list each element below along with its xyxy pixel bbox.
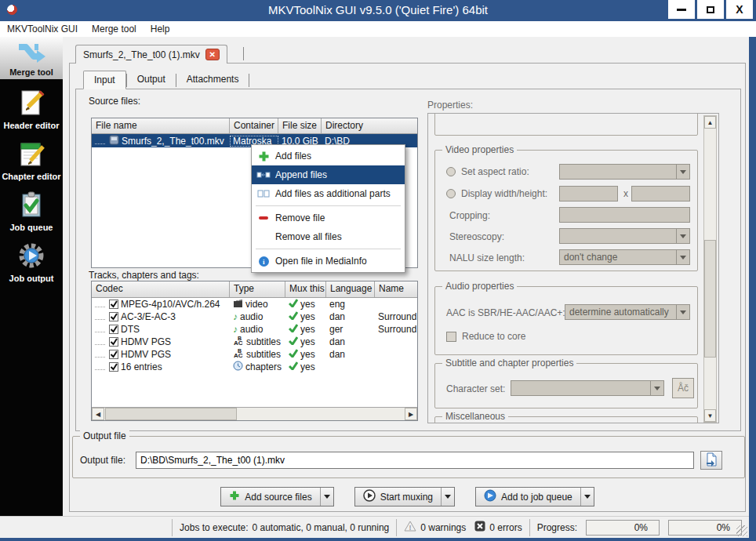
job-output-icon (16, 241, 46, 273)
dropdown-arrow[interactable] (320, 488, 333, 506)
aspect-ratio-radio[interactable] (446, 167, 456, 176)
sidebar-item-job-queue[interactable]: Job queue (0, 187, 63, 232)
track-type: audio (240, 311, 263, 322)
track-codec: HDMV PGS (121, 349, 171, 360)
cropping-field[interactable] (559, 207, 690, 223)
properties-vertical-scrollbar[interactable]: ▲ ▼ (703, 115, 717, 423)
aac-combo[interactable]: determine automatically (565, 304, 690, 320)
col-file-name[interactable]: File name (92, 118, 230, 133)
titlebar[interactable]: MKVToolNix GUI v9.5.0 ('Quiet Fire') 64b… (0, 0, 756, 21)
clipped-group: Fix bitstream timing info (434, 113, 698, 136)
track-row[interactable]: 16 entries chapters yes (92, 361, 417, 373)
maximize-button[interactable] (697, 0, 724, 19)
file-tab[interactable]: Smurfs_2,_The_t00 (1).mkv ✕ (75, 45, 227, 64)
sidebar: Merge tool Header editor Chapter editor … (0, 37, 63, 516)
scrollbar-thumb[interactable] (105, 408, 237, 420)
chevron-down-icon (676, 305, 689, 319)
sidebar-item-chapter-editor[interactable]: Chapter editor (0, 136, 63, 181)
stereoscopy-combo[interactable] (559, 228, 690, 244)
chevron-down-icon (676, 165, 689, 179)
col-container[interactable]: Container (230, 118, 278, 133)
menu-merge-tool[interactable]: Merge tool (85, 22, 144, 36)
sidebar-item-header-editor[interactable]: Header editor (0, 85, 63, 130)
track-checkbox[interactable] (109, 362, 118, 372)
track-row[interactable]: HDMV PGS BAC subtitles yes dan (92, 336, 417, 348)
scroll-down-arrow[interactable]: ▼ (704, 409, 716, 422)
browse-output-button[interactable] (700, 451, 722, 470)
video-icon (233, 298, 243, 310)
window-frame-bottom (0, 538, 756, 541)
add-to-job-queue-button[interactable]: Add to job queue (475, 487, 594, 507)
subtitles-icon: BAC (233, 348, 244, 361)
display-height-field[interactable] (631, 186, 690, 202)
merge-icon (16, 42, 46, 67)
col-type[interactable]: Type (230, 281, 285, 297)
menu-item-append-files[interactable]: Append files (252, 165, 405, 184)
col-directory[interactable]: Directory (322, 118, 417, 133)
track-row[interactable]: HDMV PGS BAC subtitles yes dan (92, 348, 417, 361)
col-mux-this[interactable]: Mux this (285, 281, 326, 297)
menu-separator (256, 249, 401, 249)
menu-item-remove-all-files[interactable]: Remove all files (252, 227, 405, 246)
menu-item-open-mediainfo[interactable]: i Open file in MediaInfo (252, 252, 405, 270)
menu-mkvtoolnix-gui[interactable]: MKVToolNix GUI (0, 22, 85, 36)
col-file-size[interactable]: File size (278, 118, 322, 133)
menu-help[interactable]: Help (144, 22, 177, 36)
add-source-files-button[interactable]: Add source files (220, 487, 333, 507)
add-files-icon (229, 490, 240, 503)
menu-item-add-files[interactable]: Add files (252, 147, 405, 165)
start-muxing-button[interactable]: Start muxing (354, 487, 455, 507)
maximize-icon (707, 6, 714, 13)
track-codec: DTS (121, 324, 140, 335)
scroll-up-arrow[interactable]: ▲ (704, 116, 716, 129)
tracks-horizontal-scrollbar[interactable]: ◀ ▶ (92, 407, 417, 420)
chapter-editor-icon (16, 139, 46, 171)
track-checkbox[interactable] (109, 312, 118, 321)
track-type: subtitles (246, 349, 281, 360)
track-checkbox[interactable] (109, 300, 118, 309)
track-row[interactable]: DTS ♪ audio yes ger Surround (92, 323, 417, 336)
warnings-count: 0 warnings (420, 522, 466, 533)
dropdown-arrow[interactable] (580, 488, 594, 506)
col-codec[interactable]: Codec (92, 281, 230, 297)
nalu-value: don't change (560, 252, 676, 263)
reduce-to-core-checkbox[interactable] (446, 332, 456, 342)
tab-input[interactable]: Input (83, 71, 126, 89)
display-wh-radio[interactable] (446, 189, 456, 198)
nalu-label: NALU size length: (449, 252, 525, 263)
track-row[interactable]: AC-3/E-AC-3 ♪ audio yes dan Surround (92, 310, 417, 323)
col-name[interactable]: Name (375, 281, 417, 297)
nalu-combo[interactable]: don't change (559, 249, 690, 265)
tab-output[interactable]: Output (127, 71, 176, 89)
add-source-files-label: Add source files (245, 492, 311, 503)
track-checkbox[interactable] (109, 325, 118, 334)
menu-item-add-additional-parts[interactable]: Add files as additional parts (252, 184, 405, 203)
display-width-field[interactable] (559, 186, 618, 202)
dropdown-arrow[interactable] (441, 488, 454, 506)
output-file-input[interactable] (136, 452, 694, 469)
tab-attachments[interactable]: Attachments (176, 71, 249, 89)
display-wh-label: Display width/height: (461, 188, 547, 199)
tab-close-button[interactable]: ✕ (205, 49, 220, 60)
minimize-button[interactable] (668, 0, 695, 19)
track-language: dan (326, 336, 375, 347)
yes-check-icon (289, 336, 298, 347)
chevron-down-icon (650, 381, 663, 395)
menu-item-remove-file[interactable]: Remove file (252, 209, 405, 227)
resize-grip[interactable] (736, 525, 747, 536)
sidebar-item-job-output[interactable]: Job output (0, 238, 63, 283)
scrollbar-thumb[interactable] (704, 240, 716, 358)
track-row[interactable]: MPEG-4p10/AVC/h.264 video yes eng (92, 298, 417, 310)
close-button[interactable]: X (726, 0, 753, 19)
track-checkbox[interactable] (109, 350, 118, 359)
aspect-ratio-label: Set aspect ratio: (461, 166, 529, 177)
svg-text:AC: AC (234, 339, 243, 346)
col-language[interactable]: Language (326, 281, 375, 297)
sidebar-item-merge-tool[interactable]: Merge tool (0, 37, 63, 79)
aspect-ratio-combo[interactable] (559, 164, 690, 180)
charset-combo[interactable] (511, 380, 664, 396)
scroll-left-arrow[interactable]: ◀ (92, 408, 104, 420)
charset-preview-button[interactable]: Åč (672, 378, 694, 398)
scroll-right-arrow[interactable]: ▶ (405, 408, 417, 420)
track-checkbox[interactable] (109, 337, 118, 347)
